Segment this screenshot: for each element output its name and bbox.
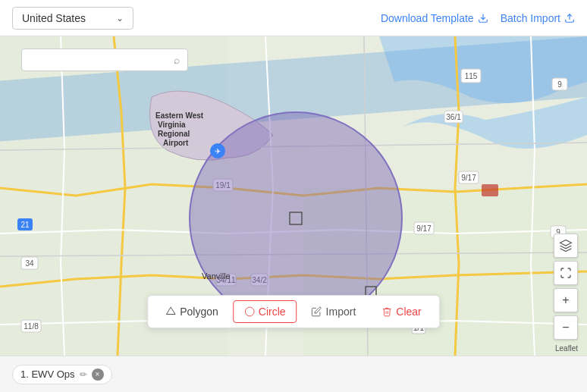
import-button[interactable]: Import bbox=[300, 300, 368, 323]
svg-text:Vanville: Vanville bbox=[202, 271, 231, 281]
import-icon bbox=[312, 306, 322, 317]
tag-close-button[interactable]: × bbox=[92, 368, 104, 381]
chevron-down-icon: ⌄ bbox=[116, 13, 124, 24]
batch-import-link[interactable]: Batch Import bbox=[501, 12, 575, 24]
circle-icon bbox=[244, 306, 255, 317]
fullscreen-button[interactable] bbox=[554, 261, 578, 285]
clear-button[interactable]: Clear bbox=[370, 300, 432, 323]
ewv-ops-tag: 1. EWV Ops ✏ × bbox=[12, 365, 112, 384]
trash-icon bbox=[381, 306, 392, 317]
fullscreen-icon bbox=[560, 267, 572, 279]
tag-bar: 1. EWV Ops ✏ × bbox=[0, 356, 587, 392]
download-template-link[interactable]: Download Template bbox=[381, 12, 488, 24]
app-header: United States ⌄ Download Template Batch … bbox=[0, 0, 587, 36]
batch-import-icon bbox=[564, 13, 575, 24]
svg-point-32 bbox=[190, 112, 402, 325]
svg-text:Eastern West: Eastern West bbox=[155, 111, 204, 120]
circle-button[interactable]: Circle bbox=[233, 300, 297, 323]
tag-edit-button[interactable]: ✏ bbox=[80, 369, 87, 380]
svg-text:9: 9 bbox=[557, 80, 562, 89]
map-search-bar[interactable]: ⌕ bbox=[21, 49, 188, 71]
svg-text:115: 115 bbox=[465, 72, 478, 80]
layers-icon bbox=[559, 239, 573, 252]
download-icon bbox=[478, 13, 488, 24]
svg-text:11/8: 11/8 bbox=[24, 322, 39, 331]
country-label: United States bbox=[22, 12, 86, 24]
svg-text:36/1: 36/1 bbox=[446, 113, 461, 121]
zoom-out-button[interactable]: − bbox=[554, 315, 578, 340]
svg-text:Regional: Regional bbox=[158, 130, 190, 138]
search-icon: ⌕ bbox=[174, 54, 180, 66]
zoom-out-icon: − bbox=[562, 321, 569, 334]
polygon-icon bbox=[165, 306, 176, 317]
svg-marker-43 bbox=[560, 240, 572, 246]
svg-text:✈: ✈ bbox=[215, 147, 221, 155]
svg-text:9/17: 9/17 bbox=[416, 224, 432, 233]
country-select[interactable]: United States ⌄ bbox=[12, 7, 133, 30]
svg-text:Airport: Airport bbox=[163, 139, 189, 147]
map-search-input[interactable] bbox=[30, 55, 171, 66]
drawing-toolbar: Polygon Circle Import Clear bbox=[147, 295, 440, 328]
header-actions: Download Template Batch Import bbox=[381, 12, 575, 24]
svg-point-45 bbox=[245, 307, 254, 316]
zoom-in-icon: + bbox=[562, 293, 569, 307]
polygon-button[interactable]: Polygon bbox=[154, 300, 230, 323]
svg-text:Virginia: Virginia bbox=[158, 121, 186, 129]
zoom-in-button[interactable]: + bbox=[554, 288, 578, 312]
svg-text:9/17: 9/17 bbox=[461, 174, 476, 182]
svg-text:34: 34 bbox=[25, 259, 34, 268]
svg-marker-44 bbox=[166, 307, 175, 314]
batch-import-label: Batch Import bbox=[501, 12, 560, 24]
layers-button[interactable] bbox=[554, 234, 578, 258]
svg-rect-37 bbox=[482, 184, 498, 196]
map-controls: + − bbox=[554, 234, 578, 340]
leaflet-attribution: Leaflet bbox=[555, 344, 578, 353]
svg-text:21: 21 bbox=[20, 221, 30, 229]
download-template-label: Download Template bbox=[381, 12, 474, 24]
tag-label: 1. EWV Ops bbox=[20, 368, 75, 380]
map-container[interactable]: 115 9 9/17 36/1 19/1 34/11 34/2 21 34 11… bbox=[0, 36, 587, 356]
